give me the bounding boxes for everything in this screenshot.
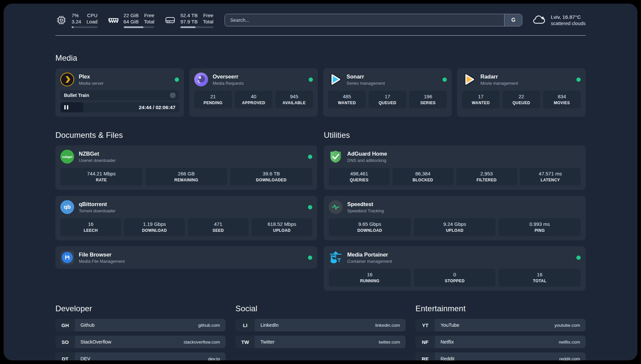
- memory-icon: [107, 14, 119, 26]
- app-card-radarr[interactable]: Radarr Movie management 17WANTED 22QUEUE…: [457, 68, 586, 117]
- stat-tile: 16LEECH: [60, 218, 121, 236]
- link-tag: YT: [415, 319, 435, 331]
- weather-condition: scattered clouds: [551, 21, 586, 26]
- app-title: File Browser: [79, 252, 125, 258]
- stat-tile: 945AVAILABLE: [275, 91, 313, 108]
- app-card-qbittorrent[interactable]: qb qBittorrent Torrent downloader 16LEEC…: [55, 196, 317, 240]
- link-stackoverflow[interactable]: SO StackOverflowstackoverflow.com: [55, 336, 226, 348]
- link-github[interactable]: GH Githubgithub.com: [55, 319, 226, 331]
- cloud-icon: [532, 14, 546, 26]
- stat-tile: 0.993 msPING: [499, 218, 581, 236]
- link-tag: LI: [235, 319, 255, 331]
- links-column-developer: Developer GH Githubgithub.com SO StackOv…: [55, 291, 226, 360]
- link-linkedin[interactable]: LI LinkedInlinkedin.com: [235, 319, 406, 331]
- link-tag: TW: [235, 336, 255, 348]
- app-card-filebrowser[interactable]: File Browser Media File Management: [55, 246, 317, 269]
- stat-tile: 498,461QUERIES: [329, 168, 389, 186]
- disk-free-label: Free: [203, 12, 213, 18]
- stat-tile: 16RUNNING: [329, 269, 411, 287]
- stat-tile: 22QUEUED: [503, 91, 540, 108]
- status-dot: [308, 155, 312, 159]
- status-dot: [576, 256, 581, 260]
- section-title-social: Social: [235, 304, 406, 313]
- stat-tile: 2,953FILTERED: [456, 168, 517, 186]
- overseerr-icon: [194, 73, 208, 86]
- stat-tile: 266 GBREMAINING: [145, 168, 228, 186]
- cpu-stat: 7% 3.24 CPU Load: [55, 12, 98, 28]
- app-title: Plex: [79, 74, 104, 80]
- playback-time: 24:44 / 02:06:47: [139, 105, 179, 110]
- cpu-load-label: Load: [86, 18, 97, 25]
- app-card-adguard[interactable]: AdGuard Home DNS and adblocking 498,461Q…: [324, 145, 586, 190]
- nzbget-icon: nzbget: [60, 150, 74, 164]
- app-title: NZBGet: [79, 151, 116, 157]
- adguard-icon: [329, 150, 343, 164]
- stat-tile: 834MOVIES: [543, 91, 581, 108]
- link-tag: DT: [55, 352, 75, 360]
- stat-tile: 471SEED: [188, 218, 249, 236]
- search-provider-button[interactable]: G: [504, 14, 522, 26]
- app-title: Sonarr: [347, 74, 385, 80]
- app-card-nzbget[interactable]: nzbget NZBGet Usenet downloader 744.21 M…: [55, 145, 317, 190]
- app-subtitle: Media Requests: [213, 81, 244, 86]
- status-dot: [309, 77, 313, 82]
- app-subtitle: Movie management: [480, 81, 518, 86]
- radarr-icon: [462, 73, 476, 86]
- section-title-developer: Developer: [55, 304, 226, 313]
- link-reddit[interactable]: RE Redditreddit.com: [415, 352, 586, 360]
- section-title-entertainment: Entertainment: [415, 304, 586, 313]
- playback-progress-bar: 24:44 / 02:06:47: [60, 102, 179, 112]
- link-tag: GH: [55, 319, 75, 331]
- link-twitter[interactable]: TW Twittertwitter.com: [235, 336, 406, 348]
- stat-tile: 9.24 GbpsUPLOAD: [414, 218, 496, 236]
- app-title: Media Portainer: [347, 252, 392, 258]
- section-title-utilities: Utilities: [324, 131, 586, 140]
- memory-free-label: Free: [144, 12, 154, 18]
- section-title-documents: Documents & Files: [55, 131, 317, 140]
- stat-tile: 16TOTAL: [499, 269, 581, 287]
- link-tag: NF: [415, 336, 435, 348]
- link-youtube[interactable]: YT YouTubeyoutube.com: [415, 319, 586, 331]
- search-bar: G: [225, 14, 522, 26]
- system-stats: 7% 3.24 CPU Load: [55, 12, 213, 28]
- link-tag: SO: [55, 336, 75, 348]
- disk-progress-bar: [180, 26, 213, 28]
- cpu-usage-value: 7%: [72, 12, 81, 18]
- dashboard-panel: 7% 3.24 CPU Load: [4, 4, 637, 360]
- disk-icon: [164, 14, 176, 26]
- header: 7% 3.24 CPU Load: [55, 12, 586, 28]
- stat-tile: 39.6 TBDOWNLOADED: [230, 168, 312, 186]
- links-column-entertainment: Entertainment YT YouTubeyoutube.com NF N…: [415, 291, 586, 360]
- disk-stat: 52.4 TB 97.9 TB Free Total: [164, 12, 213, 28]
- app-card-plex[interactable]: Plex Media server Bullet Train: [55, 68, 184, 117]
- cpu-progress-bar: [72, 26, 98, 28]
- app-subtitle: Series management: [347, 81, 385, 86]
- link-dev[interactable]: DT DEVdev.to: [55, 352, 226, 360]
- stat-tile: 9.65 GbpsDOWNLOAD: [329, 218, 411, 236]
- status-dot: [443, 77, 447, 82]
- link-tag: RE: [415, 352, 435, 360]
- app-title: AdGuard Home: [347, 151, 387, 157]
- sonarr-icon: [328, 73, 342, 86]
- stat-tile: 21PENDING: [194, 91, 232, 108]
- memory-free-value: 22 GiB: [124, 12, 139, 18]
- app-card-portainer[interactable]: Media Portainer Container management 16R…: [324, 246, 586, 291]
- link-netflix[interactable]: NF Netflixnetflix.com: [415, 336, 586, 348]
- disk-total-label: Total: [203, 18, 213, 25]
- app-card-speedtest[interactable]: Speedtest Speedtest Tracking 9.65 GbpsDO…: [324, 196, 586, 240]
- status-dot: [308, 205, 312, 209]
- plex-now-playing: Bullet Train 24:44 / 02:06:47: [60, 90, 179, 112]
- section-title-media: Media: [55, 53, 586, 63]
- memory-progress-bar: [124, 26, 155, 28]
- app-card-overseerr[interactable]: Overseerr Media Requests 21PENDING 40APP…: [189, 68, 318, 117]
- cpu-load-value: 3.24: [72, 18, 81, 25]
- stat-tile: 196SERIES: [409, 91, 447, 108]
- stat-tile: 17QUEUED: [369, 91, 406, 108]
- search-input[interactable]: [225, 14, 504, 26]
- memory-stat: 22 GiB 64 GiB Free Total: [107, 12, 155, 28]
- stat-tile: 40APPROVED: [235, 91, 272, 108]
- pause-button[interactable]: [64, 105, 68, 109]
- status-dot: [175, 77, 179, 82]
- app-card-sonarr[interactable]: Sonarr Series management 485WANTED 17QUE…: [323, 68, 452, 117]
- app-subtitle: Container management: [347, 259, 392, 264]
